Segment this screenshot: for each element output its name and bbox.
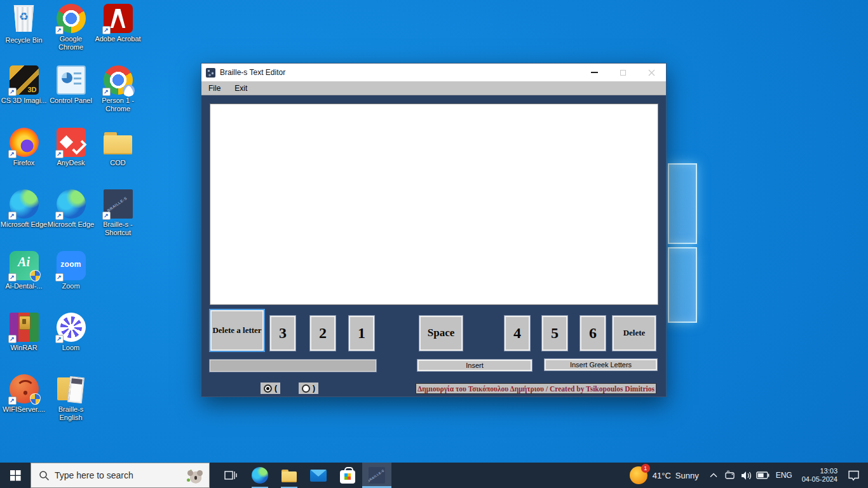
close-icon xyxy=(648,69,655,76)
desktop-icon-person-1-chrome[interactable]: ↗Person 1 - Chrome xyxy=(94,65,142,113)
clock-date: 04-05-2024 xyxy=(802,475,837,484)
key-4[interactable]: 4 xyxy=(505,316,530,351)
desktop-icon-zoom[interactable]: zoom↗Zoom xyxy=(47,251,95,290)
insert-button[interactable]: Insert xyxy=(417,360,532,371)
desktop-icon-label: Braille-s - Shortcut xyxy=(95,220,142,237)
desktop-icon-label: CS 3D Imagi... xyxy=(1,97,48,105)
desktop-icon-braille-s-shortcut[interactable]: BRAILLE-S↗Braille-s - Shortcut xyxy=(94,189,142,237)
desktop-icon-loom[interactable]: ↗Loom xyxy=(47,313,95,352)
taskbar-app-file-explorer[interactable] xyxy=(275,463,304,488)
weather-condition: Sunny xyxy=(675,471,699,480)
maximize-button[interactable] xyxy=(609,64,637,81)
radio-close-paren[interactable]: ) xyxy=(299,383,318,394)
key-6[interactable]: 6 xyxy=(580,316,606,351)
taskbar-app-mail[interactable] xyxy=(304,463,333,488)
desktop-icon-label: Control Panel xyxy=(48,97,95,105)
edge-icon xyxy=(252,467,268,484)
shortcut-arrow-icon: ↗ xyxy=(55,212,64,220)
shortcut-arrow-icon: ↗ xyxy=(102,212,111,220)
key-3[interactable]: 3 xyxy=(270,316,295,351)
close-button[interactable] xyxy=(637,64,666,81)
desktop-icon-label: Firefox xyxy=(1,159,48,167)
menu-exit[interactable]: Exit xyxy=(227,81,254,95)
desktop: Recycle Bin↗Google Chrome↗Adobe Acrobat3… xyxy=(0,0,868,488)
recycle-icon xyxy=(13,5,35,32)
desktop-icon-label: WIFIServer.... xyxy=(1,405,48,414)
shortcut-arrow-icon: ↗ xyxy=(55,150,64,158)
desktop-icon-winrar[interactable]: ↗WinRAR xyxy=(0,313,48,352)
desktop-icon-google-chrome[interactable]: ↗Google Chrome xyxy=(47,4,95,51)
clock-time: 13:03 xyxy=(802,467,837,475)
insert-greek-letters-button[interactable]: Insert Greek Letters xyxy=(545,359,657,370)
shield-badge-icon xyxy=(30,393,41,405)
shortcut-arrow-icon: ↗ xyxy=(55,335,64,343)
desktop-icon-microsoft-edge[interactable]: ↗Microsoft Edge xyxy=(0,189,48,229)
shortcut-arrow-icon: ↗ xyxy=(55,273,64,281)
chevron-up-icon xyxy=(710,473,717,478)
window-titlebar: Braille-s Text Editor xyxy=(201,64,666,81)
credit-label: Δημιουργία του Τσικόπουλου Δημήτριου / C… xyxy=(416,383,656,394)
shortcut-arrow-icon: ↗ xyxy=(8,212,17,220)
braille-text-editor-window: Braille-s Text Editor File Exit Delete a… xyxy=(201,63,667,397)
taskbar-app-edge[interactable] xyxy=(245,463,275,488)
text-input-field[interactable] xyxy=(210,360,376,372)
task-view-button[interactable] xyxy=(216,463,245,488)
language-indicator[interactable]: ENG xyxy=(771,471,797,480)
weather-temperature: 41°C xyxy=(653,471,671,480)
radio-open-paren[interactable]: ( xyxy=(261,383,280,394)
file-explorer-icon xyxy=(281,467,297,484)
start-button[interactable] xyxy=(0,463,31,488)
minimize-button[interactable] xyxy=(580,64,609,81)
taskbar-app-braille-s[interactable]: BRAILLE-S xyxy=(362,463,391,488)
weather-widget[interactable]: 1 41°C Sunny xyxy=(623,466,705,484)
desktop-icon-anydesk[interactable]: ↗AnyDesk xyxy=(47,128,95,167)
desktop-icon-wifiserver[interactable]: ↗WIFIServer.... xyxy=(0,374,48,414)
shortcut-arrow-icon: ↗ xyxy=(8,273,17,281)
desktop-icon-label: Ai-Dental-... xyxy=(1,282,48,290)
desktop-icon-ai-dental[interactable]: Ai↗Ai-Dental-... xyxy=(0,251,48,290)
desktop-icon-adobe-acrobat[interactable]: ↗Adobe Acrobat xyxy=(94,4,142,43)
shortcut-arrow-icon: ↗ xyxy=(8,88,17,96)
taskbar-search-input[interactable]: Type here to search xyxy=(31,463,210,488)
desktop-icon-label: Adobe Acrobat xyxy=(95,35,142,43)
minimize-icon xyxy=(591,72,598,73)
desktop-icon-label: Microsoft Edge xyxy=(1,220,48,229)
key-space[interactable]: Space xyxy=(419,316,463,351)
desktop-icon-braille-s-english[interactable]: Braille-s English xyxy=(47,374,95,422)
menu-file[interactable]: File xyxy=(201,81,227,95)
key-delete-a-letter[interactable]: Delete a letter xyxy=(210,310,264,351)
battery-button[interactable] xyxy=(755,471,771,479)
desktop-icon-recycle-bin[interactable]: Recycle Bin xyxy=(0,4,48,44)
key-delete[interactable]: Delete xyxy=(613,316,656,351)
desktop-icon-microsoft-edge[interactable]: ↗Microsoft Edge xyxy=(47,189,95,229)
desktop-icon-cs-3d-imagi[interactable]: 3D↗CS 3D Imagi... xyxy=(0,65,48,105)
shortcut-arrow-icon: ↗ xyxy=(8,150,17,158)
editor-textarea[interactable] xyxy=(210,104,658,305)
folder-icon xyxy=(104,128,133,157)
meet-now-button[interactable] xyxy=(722,470,738,480)
taskbar: Type here to search BRAILLE-S 1 41°C Sun… xyxy=(0,463,868,488)
key-5[interactable]: 5 xyxy=(542,316,567,351)
desktop-icon-label: Zoom xyxy=(48,282,95,290)
shortcut-arrow-icon: ↗ xyxy=(102,88,111,96)
desktop-icon-label: Google Chrome xyxy=(48,35,95,51)
volume-button[interactable] xyxy=(738,471,755,480)
desktop-icon-firefox[interactable]: ↗Firefox xyxy=(0,128,48,167)
shortcut-arrow-icon: ↗ xyxy=(8,335,17,343)
clock[interactable]: 13:03 04-05-2024 xyxy=(797,467,843,484)
weather-badge: 1 xyxy=(641,464,650,473)
taskbar-app-store[interactable] xyxy=(333,463,362,488)
key-1[interactable]: 1 xyxy=(349,316,374,351)
mail-icon xyxy=(310,470,327,482)
tray-overflow-button[interactable] xyxy=(705,473,722,478)
windows-logo-icon xyxy=(10,470,21,481)
desktop-icon-cod[interactable]: COD xyxy=(94,128,142,167)
meet-now-icon xyxy=(724,470,736,480)
desktop-icon-control-panel[interactable]: Control Panel xyxy=(47,65,95,105)
desktop-icon-label: WinRAR xyxy=(1,344,48,352)
shortcut-arrow-icon: ↗ xyxy=(102,26,111,34)
action-center-button[interactable] xyxy=(843,470,864,481)
desktop-icon-label: Braille-s English xyxy=(48,405,95,422)
search-icon xyxy=(39,470,50,481)
key-2[interactable]: 2 xyxy=(310,316,336,351)
